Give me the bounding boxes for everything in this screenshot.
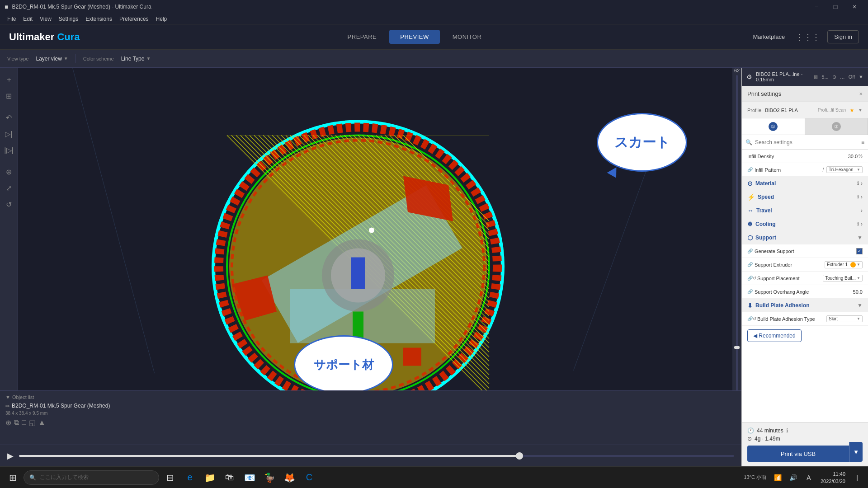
support-placement-select[interactable]: Touching Buil... ▼ — [823, 275, 863, 282]
app2-button[interactable]: 🦊 — [280, 469, 298, 487]
minimize-button[interactable]: − — [807, 0, 826, 14]
layer-slider-thumb[interactable] — [734, 346, 740, 349]
object-list-header[interactable]: ▼ Object list — [5, 394, 736, 400]
mail-button[interactable]: 📧 — [241, 469, 259, 487]
filter-icon[interactable]: ≡ — [861, 139, 864, 145]
view-button[interactable]: ⊞ — [2, 89, 16, 103]
signin-button[interactable]: Sign in — [827, 30, 859, 43]
menu-edit[interactable]: Edit — [19, 15, 36, 23]
support-expand-icon[interactable]: ▼ — [857, 235, 863, 241]
info-button[interactable]: ℹ — [786, 427, 788, 434]
marketplace-button[interactable]: Marketplace — [749, 32, 788, 42]
settings-tab-1[interactable]: ① — [742, 118, 805, 135]
skirt-bubble-tail — [607, 167, 621, 180]
arrange-icon[interactable]: ◱ — [29, 418, 36, 427]
layer-view-button[interactable]: |▷| — [2, 143, 16, 157]
menu-file[interactable]: File — [4, 15, 19, 23]
infill-pattern-link-icon[interactable]: 🔗 — [747, 167, 753, 172]
scale-tool[interactable]: ⤢ — [2, 181, 16, 195]
taskbar-search[interactable]: 🔍 ここに入力して検索 — [24, 470, 159, 485]
settings-tabs: ① ② — [742, 118, 868, 135]
build-plate-type-select[interactable]: Skirt ▼ — [826, 315, 863, 322]
maximize-button[interactable]: □ — [826, 0, 844, 14]
recommended-button[interactable]: ◀ Recommended — [747, 329, 802, 342]
build-plate-expand-icon[interactable]: ▼ — [857, 302, 863, 309]
skirt-label-bubble: スカート — [597, 113, 687, 172]
infill-density-value: 30.0 — [848, 154, 858, 159]
speed-info-icon[interactable]: ℹ — [857, 194, 859, 199]
material-expand-icon[interactable]: › — [861, 180, 863, 187]
menu-view[interactable]: View — [36, 15, 55, 23]
taskbar-clock[interactable]: 11:40 2022/03/20 — [817, 470, 849, 485]
close-button[interactable]: × — [845, 0, 863, 14]
settings-tab-2[interactable]: ② — [805, 118, 868, 135]
cooling-section-header[interactable]: ❄ Cooling ℹ › — [742, 217, 868, 231]
progress-thumb[interactable] — [516, 452, 523, 460]
ime-icon[interactable]: A — [802, 470, 816, 485]
network-icon[interactable]: 📶 — [771, 470, 785, 485]
apps-icon[interactable]: ⋮⋮⋮ — [796, 32, 820, 42]
search-input[interactable] — [755, 139, 859, 145]
travel-expand-icon[interactable]: › — [861, 207, 863, 214]
menu-help[interactable]: Help — [152, 15, 171, 23]
support-placement-reset-icon[interactable]: ↺ — [753, 276, 756, 281]
generate-support-link-icon[interactable]: 🔗 — [747, 249, 753, 253]
menu-settings[interactable]: Settings — [55, 15, 82, 23]
speed-expand-icon[interactable]: › — [861, 194, 863, 200]
play-button[interactable]: ▶ — [7, 451, 14, 461]
cooling-expand-icon[interactable]: › — [861, 221, 863, 227]
print-settings-close[interactable]: × — [859, 90, 863, 97]
volume-icon[interactable]: 🔊 — [786, 470, 801, 485]
infill-pattern-func-icon[interactable]: ƒ — [822, 167, 825, 172]
app1-button[interactable]: 🦆 — [260, 469, 278, 487]
material-info-icon[interactable]: ℹ — [857, 181, 859, 186]
tab-monitor[interactable]: MONITOR — [442, 30, 493, 44]
timeline: ▶ — [0, 445, 741, 466]
select-all-icon[interactable]: □ — [22, 418, 26, 427]
app3-button[interactable]: C — [300, 469, 318, 487]
printer-name: BIBO2 E1 PLA...ine - 0.15mm — [756, 71, 808, 82]
travel-section-header[interactable]: ↔ Travel › — [742, 204, 868, 217]
color-scheme-select[interactable]: Line Type ▼ — [121, 56, 151, 62]
support-overhang-link-icon[interactable]: 🔗 — [747, 289, 753, 294]
menu-preferences[interactable]: Preferences — [116, 15, 152, 23]
undo-button[interactable]: ↶ — [2, 110, 16, 125]
duplicate-icon[interactable]: ⊕ — [5, 418, 11, 427]
edge-button[interactable]: e — [181, 469, 199, 487]
store-button[interactable]: 🛍 — [221, 469, 239, 487]
print-via-usb-button[interactable]: Print via USB — [747, 446, 849, 462]
add-object-button[interactable]: ＋ — [2, 72, 16, 87]
view-type-select[interactable]: Layer view ▼ — [36, 56, 68, 62]
support-extruder-select[interactable]: Extruder 1 ▼ — [825, 261, 863, 268]
cooling-info-icon[interactable]: ℹ — [857, 221, 859, 226]
task-view-button[interactable]: ⊟ — [161, 469, 179, 487]
progress-track[interactable] — [19, 455, 734, 457]
tab-prepare[interactable]: PREPARE — [337, 30, 388, 44]
obj-list-chevron-icon: ▼ — [5, 394, 10, 400]
menu-extensions[interactable]: Extensions — [82, 15, 116, 23]
copy-icon[interactable]: ⧉ — [14, 418, 19, 427]
generate-support-checkbox[interactable]: ✓ — [856, 248, 863, 254]
material-section-header[interactable]: ⊙ Material ℹ › — [742, 177, 868, 190]
build-plate-type-link-icon[interactable]: 🔗 — [747, 316, 753, 321]
print-material: ⊙ 4g · 1.49m — [747, 436, 863, 442]
tab-preview[interactable]: PREVIEW — [389, 30, 439, 44]
redo-button[interactable]: ▷| — [2, 127, 16, 141]
profile-dropdown-chevron-icon[interactable]: ▼ — [858, 108, 863, 113]
support-placement-link-icon[interactable]: 🔗 — [747, 276, 753, 281]
file-explorer-button[interactable]: 📁 — [201, 469, 219, 487]
system-tray: 13°C 小雨 📶 🔊 A 11:40 2022/03/20 | — [744, 470, 864, 485]
move-tool[interactable]: ⊕ — [2, 164, 16, 179]
show-desktop-button[interactable]: | — [850, 470, 864, 485]
profile-input[interactable]: Profi...fil Sean — [818, 108, 846, 113]
infill-pattern-select[interactable]: Tri-Hexagon ▼ — [826, 166, 863, 173]
support-section-header[interactable]: ⬡ Support ▼ — [742, 231, 868, 244]
build-plate-type-reset-icon[interactable]: ↺ — [753, 316, 756, 321]
print-dropdown-button[interactable]: ▼ — [849, 442, 863, 462]
delete-icon[interactable]: ▲ — [38, 418, 46, 427]
speed-section-header[interactable]: ⚡ Speed ℹ › — [742, 190, 868, 204]
build-plate-section-header[interactable]: ⬇ Build Plate Adhesion ▼ — [742, 299, 868, 312]
support-extruder-link-icon[interactable]: 🔗 — [747, 262, 753, 267]
start-button[interactable]: ⊞ — [4, 469, 22, 487]
rotate-tool[interactable]: ↺ — [2, 197, 16, 211]
